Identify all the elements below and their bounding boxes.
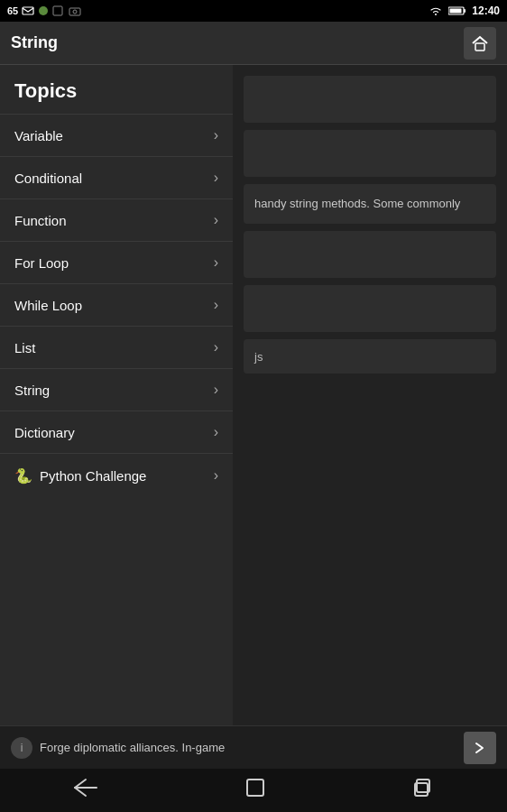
signal-strength: 65: [7, 5, 18, 16]
sidebar-item-function-label: Function: [14, 213, 67, 228]
chevron-right-icon: ›: [214, 170, 218, 186]
svg-point-4: [73, 10, 77, 14]
ad-bar-left: i Forge diplomatic alliances. In-game: [11, 737, 225, 759]
chevron-right-icon: ›: [214, 467, 218, 484]
recent-apps-icon: [412, 777, 434, 798]
sidebar-item-conditional[interactable]: Conditional ›: [0, 156, 233, 198]
svg-point-1: [39, 6, 48, 15]
sidebar-item-for-loop-label: For Loop: [14, 255, 69, 271]
home-nav-icon: [244, 777, 266, 798]
content-card-1: [244, 76, 496, 123]
svg-rect-3: [69, 8, 80, 15]
sidebar-item-while-loop-left: While Loop: [14, 298, 82, 313]
chevron-right-icon: ›: [214, 297, 218, 313]
chevron-right-icon: ›: [214, 254, 218, 271]
action-bar: String: [0, 22, 507, 65]
chevron-right-icon: ›: [214, 382, 218, 398]
back-icon: [73, 778, 98, 798]
main-layout: Topics Variable › Conditional › Function…: [0, 65, 507, 769]
nav-home-button[interactable]: [223, 770, 288, 811]
nav-recent-button[interactable]: [391, 770, 456, 811]
home-icon: [471, 35, 489, 51]
sidebar-item-string-left: String: [14, 383, 50, 398]
status-icons-right: 12:40: [429, 5, 500, 17]
svg-rect-8: [475, 43, 484, 51]
sidebar-item-list-label: List: [14, 340, 35, 355]
notification-icon: [22, 5, 34, 16]
battery-icon: [448, 5, 466, 16]
status-bar: 65 12:40: [0, 0, 507, 22]
sd-icon: [52, 5, 65, 16]
sidebar-item-conditional-left: Conditional: [14, 171, 82, 186]
svg-rect-6: [464, 9, 466, 13]
sidebar-item-string[interactable]: String ›: [0, 368, 233, 411]
sidebar-item-function[interactable]: Function ›: [0, 198, 233, 241]
nav-bar: [0, 769, 507, 812]
ad-info-icon: i: [11, 737, 32, 759]
python-snake-icon: 🐍: [14, 466, 32, 484]
ad-text: Forge diplomatic alliances. In-game: [40, 741, 225, 754]
sidebar-item-for-loop[interactable]: For Loop ›: [0, 241, 233, 283]
ad-bar: i Forge diplomatic alliances. In-game: [0, 725, 507, 769]
home-action-button[interactable]: [464, 27, 496, 60]
sidebar-item-variable-label: Variable: [14, 128, 63, 143]
content-card-4: [244, 285, 496, 332]
content-card-3: [244, 231, 496, 278]
sidebar-item-variable[interactable]: Variable ›: [0, 114, 233, 156]
svg-rect-10: [247, 780, 263, 796]
content-snippet-2: js: [254, 350, 263, 364]
sidebar-item-string-label: String: [14, 383, 50, 398]
content-inner: handy string methods. Some commonly js: [233, 65, 507, 384]
content-card-2: [244, 130, 496, 177]
chevron-right-icon: ›: [214, 424, 218, 440]
sidebar-item-python-challenge-left: 🐍 Python Challenge: [14, 466, 146, 484]
circle-icon: [38, 5, 49, 16]
chevron-right-icon: ›: [214, 339, 218, 355]
content-snippet-1: handy string methods. Some commonly: [254, 197, 460, 210]
svg-rect-2: [53, 6, 62, 15]
sidebar-item-list-left: List: [14, 340, 35, 355]
svg-rect-0: [23, 7, 33, 14]
sidebar-item-for-loop-left: For Loop: [14, 255, 69, 271]
sidebar-item-variable-left: Variable: [14, 128, 63, 143]
sidebar-item-python-challenge-label: Python Challenge: [40, 468, 146, 484]
sidebar-item-function-left: Function: [14, 213, 67, 228]
chevron-right-icon: ›: [214, 127, 218, 143]
sidebar-item-list[interactable]: List ›: [0, 326, 233, 368]
camera-icon: [69, 5, 81, 16]
content-card-5: js: [244, 339, 496, 374]
status-icons-left: 65: [7, 5, 81, 16]
sidebar-item-dictionary-label: Dictionary: [14, 425, 75, 440]
svg-rect-7: [450, 9, 462, 14]
sidebar-item-conditional-label: Conditional: [14, 171, 82, 186]
arrow-right-icon: [473, 741, 487, 755]
sidebar-item-while-loop[interactable]: While Loop ›: [0, 283, 233, 326]
nav-back-button[interactable]: [51, 770, 120, 810]
sidebar-item-python-challenge[interactable]: 🐍 Python Challenge ›: [0, 453, 233, 497]
clock: 12:40: [472, 5, 500, 17]
content-area: handy string methods. Some commonly js: [233, 65, 507, 769]
sidebar-item-while-loop-label: While Loop: [14, 298, 82, 313]
chevron-right-icon: ›: [214, 212, 218, 228]
ad-arrow-button[interactable]: [464, 732, 496, 764]
sidebar: Topics Variable › Conditional › Function…: [0, 65, 233, 769]
sidebar-title: Topics: [0, 65, 233, 114]
sidebar-item-dictionary-left: Dictionary: [14, 425, 75, 440]
action-bar-title: String: [11, 33, 58, 52]
sidebar-item-dictionary[interactable]: Dictionary ›: [0, 411, 233, 453]
content-text-block: handy string methods. Some commonly: [244, 184, 496, 224]
wifi-icon: [429, 5, 443, 16]
